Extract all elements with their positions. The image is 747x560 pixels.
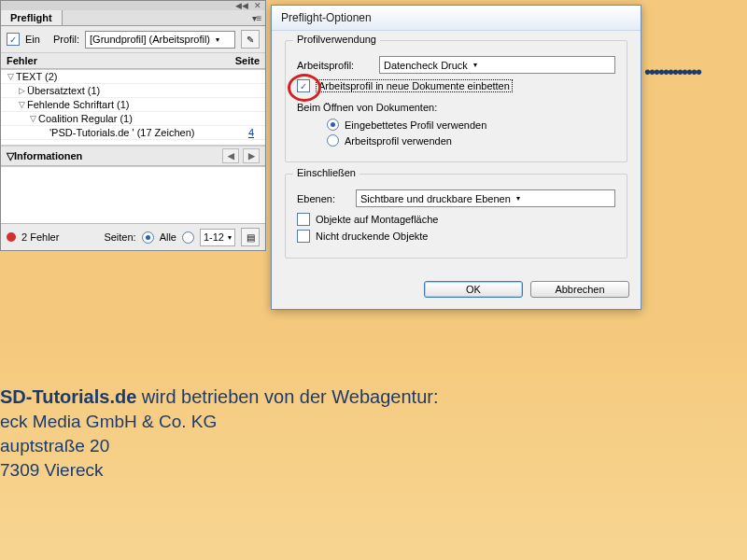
ok-button[interactable]: OK	[424, 281, 523, 298]
profile-label: Profil:	[53, 34, 79, 45]
tree-row-root[interactable]: ▽ TEXT (2)	[1, 70, 265, 84]
chevron-down-icon: ▾	[516, 194, 520, 203]
tree-row[interactable]: 'PSD-Tutorials.de ' (17 Zeichen) 4	[1, 126, 265, 140]
tree-label: Fehlende Schriftart (1)	[27, 99, 129, 110]
nonprinting-row: Nicht druckende Objekte	[297, 230, 615, 243]
panel-menu-button[interactable]: ▾≡	[248, 10, 265, 25]
tree-row[interactable]: ▽ Fehlende Schriftart (1)	[1, 98, 265, 112]
info-nav: ◀ ▶	[222, 148, 260, 163]
preflight-panel: ◀◀ ✕ Preflight ▾≡ Ein Profil: [Grundprof…	[0, 0, 266, 251]
embed-profile-row: Arbeitsprofil in neue Dokumente einbette…	[297, 79, 615, 92]
tree-row[interactable]: ▽ Coalition Regular (1)	[1, 112, 265, 126]
edit-profile-button[interactable]: ✎	[241, 30, 260, 49]
tree-label: Übersatztext (1)	[27, 85, 100, 96]
collapse-icon[interactable]: ◀◀	[235, 1, 248, 10]
layers-dropdown[interactable]: Sichtbare und druckbare Ebenen ▾	[356, 189, 615, 207]
pages-all-label: Alle	[160, 231, 176, 243]
tree-label: 'PSD-Tutorials.de ' (17 Zeichen)	[49, 127, 194, 138]
errors-label: Fehler	[7, 55, 37, 66]
layers-label: Ebenen:	[297, 193, 348, 204]
group-legend: Profilverwendung	[293, 34, 380, 45]
panel-toolbar: Ein Profil: [Grundprofil] (Arbeitsprofil…	[1, 26, 265, 52]
use-work-profile-label: Arbeitsprofil verwenden	[345, 135, 452, 147]
enable-label: Ein	[25, 34, 40, 45]
close-icon[interactable]: ✕	[254, 1, 261, 10]
work-profile-dropdown[interactable]: Datencheck Druck ▾	[379, 56, 615, 74]
use-work-profile-row: Arbeitsprofil verwenden	[327, 134, 615, 147]
error-count: 2 Fehler	[21, 231, 59, 243]
pasteboard-checkbox[interactable]	[297, 213, 310, 226]
panel-topbar: ◀◀ ✕	[1, 1, 265, 10]
nonprinting-checkbox[interactable]	[297, 230, 310, 243]
use-embedded-label: Eingebettetes Profil verwenden	[345, 119, 486, 131]
tree-label: Coalition Regular (1)	[38, 113, 133, 124]
footer-line-2: eck Media GmbH & Co. KG	[0, 412, 438, 432]
enable-checkbox[interactable]	[7, 33, 20, 46]
nonprinting-label: Nicht druckende Objekte	[316, 231, 428, 242]
preflight-options-dialog: Preflight-Optionen Profilverwendung Arbe…	[271, 5, 641, 310]
embed-profile-label: Arbeitsprofil in neue Dokumente einbette…	[316, 79, 513, 92]
disclosure-open-icon[interactable]: ▽	[7, 150, 14, 162]
page-link[interactable]: 4	[248, 127, 261, 138]
dialog-body: Profilverwendung Arbeitsprofil: Datenche…	[272, 31, 641, 273]
pages-range-input[interactable]: 1-12 ▾	[200, 229, 235, 246]
use-embedded-radio[interactable]	[327, 119, 339, 131]
pages-label: Seiten:	[104, 231, 135, 243]
dialog-buttons: OK Abbrechen	[272, 273, 641, 309]
profile-dropdown[interactable]: [Grundprofil] (Arbeitsprofil) ▾	[85, 31, 235, 49]
footer-line-1: SD-Tutorials.de wird betrieben von der W…	[0, 386, 438, 408]
info-header[interactable]: ▽ Informationen ◀ ▶	[1, 146, 265, 166]
layers-row: Ebenen: Sichtbare und druckbare Ebenen ▾	[297, 189, 615, 207]
menu-icon: ▾≡	[252, 13, 262, 23]
disclosure-open-icon[interactable]: ▽	[27, 114, 38, 123]
on-open-label: Beim Öffnen von Dokumenten:	[297, 102, 615, 113]
chevron-down-icon: ▾	[473, 61, 477, 69]
pasteboard-label: Objekte auf Montagefläche	[316, 214, 438, 225]
page-column-label: Seite	[235, 55, 260, 66]
info-label: Informationen	[14, 150, 82, 161]
next-button[interactable]: ▶	[243, 148, 260, 163]
footer-line-3: auptstraße 20	[0, 436, 438, 456]
panel-footer: 2 Fehler Seiten: Alle 1-12 ▾ ▤	[1, 223, 265, 250]
panel-tabs: Preflight ▾≡	[1, 10, 265, 26]
error-tree: ▽ TEXT (2) ▷ Übersatztext (1) ▽ Fehlende…	[1, 69, 265, 146]
footer-brand: SD-Tutorials.de	[0, 386, 136, 407]
disclosure-closed-icon[interactable]: ▷	[16, 86, 27, 95]
footer-text: SD-Tutorials.de wird betrieben von der W…	[0, 373, 438, 494]
cancel-button[interactable]: Abbrechen	[530, 281, 629, 298]
work-profile-value: Datencheck Druck	[384, 60, 468, 71]
info-body	[1, 166, 265, 223]
footer-line-4: 7309 Viereck	[0, 460, 438, 481]
use-embedded-row: Eingebettetes Profil verwenden	[327, 119, 615, 131]
embed-profile-checkbox[interactable]	[297, 79, 310, 92]
pasteboard-row: Objekte auf Montagefläche	[297, 213, 615, 226]
tree-row[interactable]: ▷ Übersatztext (1)	[1, 84, 265, 98]
work-profile-label: Arbeitsprofil:	[297, 60, 372, 71]
chevron-down-icon: ▾	[216, 35, 219, 44]
dialog-title: Preflight-Optionen	[272, 6, 641, 31]
tab-preflight[interactable]: Preflight	[1, 10, 63, 25]
errors-header: Fehler Seite	[1, 52, 265, 69]
decorative-dots: ••••••••••••	[644, 62, 700, 83]
tree-label: TEXT (2)	[16, 71, 57, 82]
chevron-down-icon: ▾	[228, 233, 232, 242]
profile-usage-group: Profilverwendung Arbeitsprofil: Datenche…	[285, 40, 627, 162]
prev-button[interactable]: ◀	[222, 148, 239, 163]
panel-action-button[interactable]: ▤	[241, 228, 260, 246]
footer-rest: wird betrieben von der Webagentur:	[136, 386, 438, 407]
disclosure-open-icon[interactable]: ▽	[16, 100, 27, 109]
error-status-icon	[7, 232, 16, 242]
disclosure-open-icon[interactable]: ▽	[5, 72, 16, 81]
layers-value: Sichtbare und druckbare Ebenen	[360, 193, 511, 204]
pages-range-value: 1-12	[204, 231, 224, 243]
group-legend: Einschließen	[293, 167, 359, 178]
include-group: Einschließen Ebenen: Sichtbare und druck…	[285, 174, 627, 259]
use-work-profile-radio[interactable]	[327, 134, 339, 147]
pages-range-radio[interactable]	[182, 231, 194, 244]
work-profile-row: Arbeitsprofil: Datencheck Druck ▾	[297, 56, 615, 74]
profile-value: [Grundprofil] (Arbeitsprofil)	[90, 34, 210, 45]
pages-all-radio[interactable]	[142, 231, 154, 244]
